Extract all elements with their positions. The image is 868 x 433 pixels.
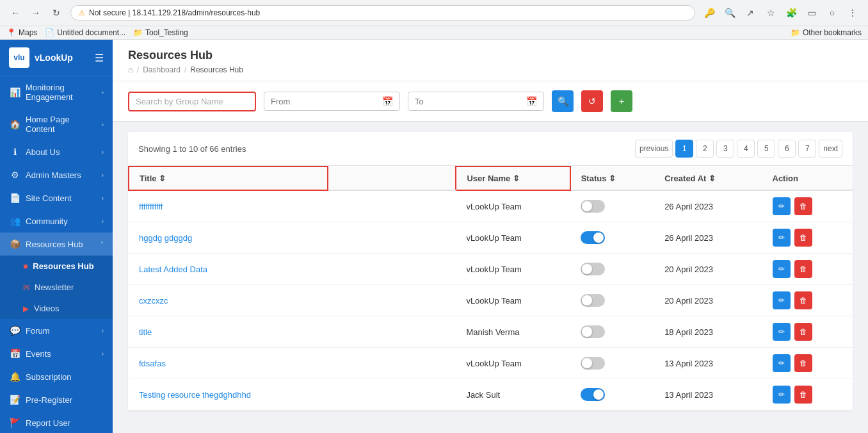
browser-nav: ← → ↻ [6,4,65,22]
bookmark-tool[interactable]: 📁 Tool_Testing [133,28,188,37]
cell-spacer [328,254,456,285]
add-button[interactable]: + [611,90,632,112]
table-info-bar: Showing 1 to 10 of 66 entries previous 1… [128,132,853,166]
delete-button[interactable]: 🗑 [794,291,812,309]
delete-button[interactable]: 🗑 [794,386,812,404]
logo-badge: vlu [9,47,29,68]
hamburger-icon[interactable]: ☰ [95,52,104,64]
search-group-wrap [128,92,256,111]
edit-button[interactable]: ✏ [773,260,791,278]
bookmark-untitled[interactable]: 📄 Untitled document... [45,28,125,37]
calendar-to-icon: 📅 [526,96,537,106]
star-icon[interactable]: ☆ [762,4,780,22]
address-bar[interactable]: ⚠ Not secure | 18.141.129.218/admin/reso… [70,5,695,20]
reset-button[interactable]: ↺ [581,90,603,112]
search-button[interactable]: 🔍 [552,90,574,112]
sidebar-item-community[interactable]: 👥 Community › [0,209,113,233]
status-toggle[interactable] [581,388,605,401]
entries-info: Showing 1 to 10 of 66 entries [138,144,246,154]
sidebar-item-site[interactable]: 📄 Site Content › [0,186,113,209]
edit-button[interactable]: ✏ [773,323,791,341]
edit-button[interactable]: ✏ [773,386,791,404]
breadcrumb-dashboard[interactable]: Dashboard [143,65,181,74]
from-date-input[interactable] [271,97,378,106]
sidebar: vlu vLookUp ☰ 📊 Monitoring Engagement › … [0,40,113,433]
about-icon: ℹ [9,147,20,157]
folder-icon: 📁 [133,28,143,37]
cell-spacer [328,379,456,411]
page-4-button[interactable]: 4 [737,140,755,158]
delete-button[interactable]: 🗑 [794,260,812,278]
search-icon[interactable]: 🔍 [721,4,739,22]
page-5-button[interactable]: 5 [757,140,775,158]
sidebar-item-forum[interactable]: 💬 Forum › [0,319,113,342]
cell-username: vLookUp Team [456,222,570,254]
page-prev-button[interactable]: previous [635,140,673,158]
to-date-input[interactable] [415,97,522,106]
share-icon[interactable]: ↗ [741,4,759,22]
status-toggle[interactable] [581,325,605,338]
sidebar-sub-newsletter[interactable]: ✉ Newsletter [0,277,113,298]
breadcrumb-sep-1: / [137,65,139,74]
delete-button[interactable]: 🗑 [794,354,812,372]
page-next-button[interactable]: next [819,140,842,158]
status-toggle[interactable] [581,200,605,213]
forward-button[interactable]: → [27,4,45,22]
sidebar-item-preregister[interactable]: 📝 Pre-Register [0,388,113,411]
menu-icon[interactable]: ⋮ [844,4,862,22]
status-toggle[interactable] [581,294,605,307]
cell-title: title [129,316,328,348]
window-icon[interactable]: ▭ [803,4,821,22]
page-1-button[interactable]: 1 [675,140,693,158]
bookmark-other[interactable]: 📁 Other bookmarks [791,28,862,37]
sidebar-item-report[interactable]: 🚩 Report User [0,411,113,433]
extension-icon[interactable]: 🧩 [782,4,800,22]
reload-button[interactable]: ↻ [47,4,65,22]
action-buttons: ✏ 🗑 [773,291,843,309]
back-button[interactable]: ← [6,4,24,22]
from-date-wrap: 📅 [264,92,400,111]
sidebar-item-events[interactable]: 📅 Events › [0,342,113,365]
edit-button[interactable]: ✏ [773,229,791,247]
edit-button[interactable]: ✏ [773,354,791,372]
search-group-input[interactable] [136,97,248,106]
edit-button[interactable]: ✏ [773,291,791,309]
sidebar-item-subscription[interactable]: 🔔 Subscription [0,365,113,388]
delete-button[interactable]: 🗑 [794,229,812,247]
site-icon: 📄 [9,193,20,203]
community-icon: 👥 [9,216,20,226]
action-buttons: ✏ 🗑 [773,323,843,341]
page-6-button[interactable]: 6 [778,140,796,158]
page-3-button[interactable]: 3 [716,140,734,158]
cell-title: hggdg gdggdg [129,222,328,254]
app-layout: vlu vLookUp ☰ 📊 Monitoring Engagement › … [0,40,868,433]
page-title: Resources Hub [128,49,853,62]
sidebar-item-resources[interactable]: 📦 Resources Hub ˅ [0,233,113,256]
pagination: previous 1 2 3 4 5 6 7 next [635,140,842,158]
sidebar-item-monitoring[interactable]: 📊 Monitoring Engagement › [0,76,113,108]
profile-icon[interactable]: ○ [823,4,841,22]
delete-button[interactable]: 🗑 [794,197,812,215]
cell-title: Testing resource thegdghdhhd [129,379,328,411]
action-buttons: ✏ 🗑 [773,260,843,278]
status-toggle[interactable] [581,357,605,370]
sidebar-item-home-content[interactable]: 🏠 Home Page Content › [0,108,113,140]
delete-button[interactable]: 🗑 [794,323,812,341]
page-2-button[interactable]: 2 [696,140,714,158]
sidebar-item-about[interactable]: ℹ About Us › [0,140,113,163]
sidebar-label-subscription: Subscription [26,372,104,382]
chevron-right-icon: › [102,149,104,156]
key-icon[interactable]: 🔑 [700,4,718,22]
status-toggle[interactable] [581,231,605,244]
page-7-button[interactable]: 7 [798,140,816,158]
sidebar-sub-videos[interactable]: ▶ Videos [0,298,113,319]
bookmark-maps[interactable]: 📍 Maps [6,28,37,37]
action-buttons: ✏ 🗑 [773,386,843,404]
home-breadcrumb-icon: ⌂ [128,65,133,74]
logo-initials: vlu [13,53,24,62]
status-toggle[interactable] [581,263,605,275]
sidebar-sub-resources-hub[interactable]: ■ Resources Hub [0,256,113,277]
sidebar-item-admin[interactable]: ⚙ Admin Masters › [0,163,113,186]
cell-status [570,222,654,254]
edit-button[interactable]: ✏ [773,197,791,215]
